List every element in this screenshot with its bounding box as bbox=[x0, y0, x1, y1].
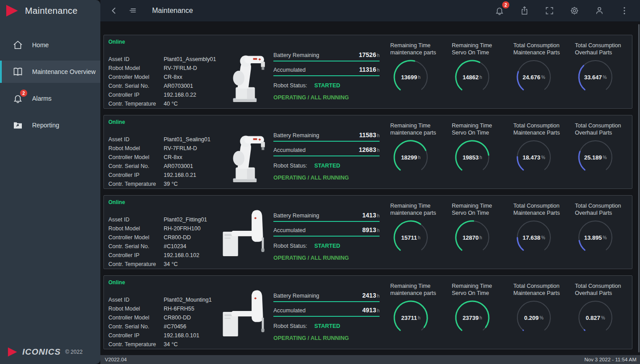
copyright-text: © 2022 bbox=[65, 349, 83, 355]
user-button[interactable] bbox=[594, 5, 605, 16]
asset-cards: Online Asset ID Plant01_Assembly01 Robot… bbox=[103, 35, 640, 349]
asset-info-table: Asset ID Plant02_Mounting1 Robot Model R… bbox=[104, 276, 215, 349]
statusbar: V2022.04 Nov 3 2022 - 11:54 AM bbox=[100, 355, 640, 364]
robot-asset-card: Online Asset ID Plant02_Fitting01 Robot … bbox=[103, 195, 632, 269]
info-label: Controller Model bbox=[108, 234, 164, 241]
bell-icon: 2 bbox=[12, 93, 23, 104]
robot-image bbox=[215, 35, 273, 108]
settings-button[interactable] bbox=[569, 5, 580, 16]
info-row-ip: Controller IP 192.168.0.21 bbox=[108, 171, 215, 180]
robot-status-value: STARTED bbox=[314, 323, 340, 329]
status-badge: Online bbox=[108, 119, 125, 125]
gauge-value: 23711h bbox=[391, 298, 430, 337]
menu-lines-icon bbox=[127, 6, 138, 16]
fullscreen-button[interactable] bbox=[544, 5, 555, 16]
gauge-value: 13699h bbox=[391, 57, 430, 97]
sidebar-item-label: Reporting bbox=[32, 122, 59, 129]
more-button[interactable] bbox=[619, 5, 630, 16]
back-button[interactable] bbox=[108, 5, 120, 16]
info-label: Robot Model bbox=[108, 145, 164, 151]
info-row-controller-model: Controller Model CR800-DD bbox=[108, 313, 215, 322]
gauge-title: Total ConsumptionOverhaul Parts bbox=[570, 282, 632, 297]
battery-remaining-label: Battery Remaining bbox=[273, 293, 319, 299]
info-value: CR-8xx bbox=[164, 74, 182, 80]
accumulated-label: Accumulated bbox=[273, 67, 306, 73]
info-value: 192.168.0.21 bbox=[164, 172, 196, 178]
accumulated-row: Accumulated 12683h bbox=[273, 146, 380, 155]
info-value: Plant01_Assembly01 bbox=[164, 56, 216, 62]
robot-status-value: STARTED bbox=[314, 82, 340, 89]
gear-icon bbox=[570, 6, 579, 16]
sidebar-item-home[interactable]: Home bbox=[0, 34, 100, 56]
accumulated-row: Accumulated 4913h bbox=[273, 307, 380, 316]
chevron-left-icon bbox=[109, 6, 119, 16]
battery-remaining-row: Battery Remaining 11583h bbox=[273, 131, 380, 141]
info-row-controller-model: Controller Model CR-8xx bbox=[108, 73, 215, 82]
gauge-remaining-servo: Remaining TimeServo On Time 12870h bbox=[447, 202, 509, 269]
accumulated-label: Accumulated bbox=[273, 147, 306, 153]
info-label: Robot Model bbox=[108, 225, 164, 232]
info-value: Plant01_Sealing01 bbox=[164, 136, 211, 143]
info-value: RV-7FRLM-D bbox=[164, 65, 197, 71]
operating-status: OPERATING / ALL RUNNING bbox=[273, 175, 380, 181]
gauge-dial: 25.189% bbox=[576, 138, 615, 177]
gauge-remaining-maintenance: Remaining Timemaintenance parts 13699h bbox=[386, 42, 447, 108]
sidebar-item-reporting[interactable]: Reporting bbox=[0, 114, 100, 136]
sidebar-item-maintenance-overview[interactable]: Maintenance Overview bbox=[0, 61, 100, 83]
battery-remaining-bar bbox=[273, 61, 380, 61]
gauge-title: Total ConsumptionMaintenance Parts bbox=[509, 122, 570, 137]
notifications-button[interactable]: 2 bbox=[494, 5, 505, 16]
gauge-title: Remaining Timemaintenance parts bbox=[386, 42, 447, 57]
robot-asset-card: Online Asset ID Plant02_Mounting1 Robot … bbox=[103, 275, 632, 349]
robot-status-value: STARTED bbox=[314, 243, 340, 249]
info-label: Asset ID bbox=[108, 297, 164, 303]
operating-status: OPERATING / ALL RUNNING bbox=[273, 94, 380, 101]
gauge-consumption-overhaul: Total ConsumptionOverhaul Parts 25.189% bbox=[570, 122, 632, 188]
info-label: Controller Model bbox=[108, 74, 164, 80]
gauge-dial: 0.209% bbox=[514, 298, 553, 337]
gauge-value: 19853h bbox=[453, 138, 492, 177]
robot-status-row: Robot Status: STARTED bbox=[273, 243, 380, 249]
sidebar-item-label: Maintenance Overview bbox=[32, 68, 95, 75]
gauge-title: Total ConsumptionOverhaul Parts bbox=[570, 122, 632, 137]
battery-remaining-bar bbox=[273, 141, 380, 142]
gauge-remaining-maintenance: Remaining Timemaintenance parts 23711h bbox=[386, 282, 447, 349]
asset-info-table: Asset ID Plant01_Sealing01 Robot Model R… bbox=[104, 115, 215, 188]
info-label: Asset ID bbox=[108, 136, 164, 143]
info-row-asset-id: Asset ID Plant02_Fitting01 bbox=[108, 215, 215, 224]
accumulated-value: 4913h bbox=[362, 307, 380, 314]
gauge-value: 0.209% bbox=[514, 298, 553, 337]
info-label: Controller IP bbox=[108, 332, 164, 339]
info-row-temperature: Contr. Temperature 34 °C bbox=[108, 260, 215, 269]
accumulated-bar bbox=[273, 316, 380, 317]
sidebar-item-alarms[interactable]: 2 Alarms bbox=[0, 87, 100, 110]
asset-info-table: Asset ID Plant02_Fitting01 Robot Model R… bbox=[104, 196, 215, 269]
operating-status: OPERATING / ALL RUNNING bbox=[273, 255, 380, 261]
gauge-value: 14862h bbox=[453, 57, 492, 97]
share-button[interactable] bbox=[519, 5, 530, 16]
gauge-remaining-servo: Remaining TimeServo On Time 23739h bbox=[447, 282, 509, 349]
gauge-title: Total ConsumptionOverhaul Parts bbox=[570, 42, 632, 57]
info-label: Controller Model bbox=[108, 154, 164, 160]
info-value: 39 °C bbox=[164, 181, 178, 187]
accumulated-value: 12683h bbox=[359, 146, 380, 153]
info-value: 192.168.0.102 bbox=[164, 252, 199, 258]
nav-menu-button[interactable] bbox=[126, 5, 139, 16]
gauge-remaining-maintenance: Remaining Timemaintenance parts 18299h bbox=[386, 122, 447, 188]
gauge-dial: 23711h bbox=[391, 298, 430, 337]
gauge-value: 23739h bbox=[453, 298, 492, 337]
person-icon bbox=[595, 6, 604, 16]
gauge-dial: 15711h bbox=[391, 218, 430, 257]
info-row-serial: Contr. Serial No. AR0703001 bbox=[108, 82, 215, 90]
gauge-value: 0.827% bbox=[576, 298, 615, 337]
status-badge: Online bbox=[108, 39, 125, 45]
info-value: 34 °C bbox=[164, 341, 178, 348]
gauge-value: 15711h bbox=[391, 218, 430, 257]
robot-status-label: Robot Status: bbox=[273, 243, 307, 249]
info-row-robot-model: Robot Model RH-20FRH100 bbox=[108, 224, 215, 233]
scara-robot-image bbox=[220, 286, 269, 344]
sidebar-header: Maintenance bbox=[0, 0, 100, 21]
sidebar-item-label: Home bbox=[32, 41, 49, 49]
gauge-dial: 13.895% bbox=[576, 218, 615, 257]
vertical-scrollbar[interactable] bbox=[638, 24, 640, 352]
